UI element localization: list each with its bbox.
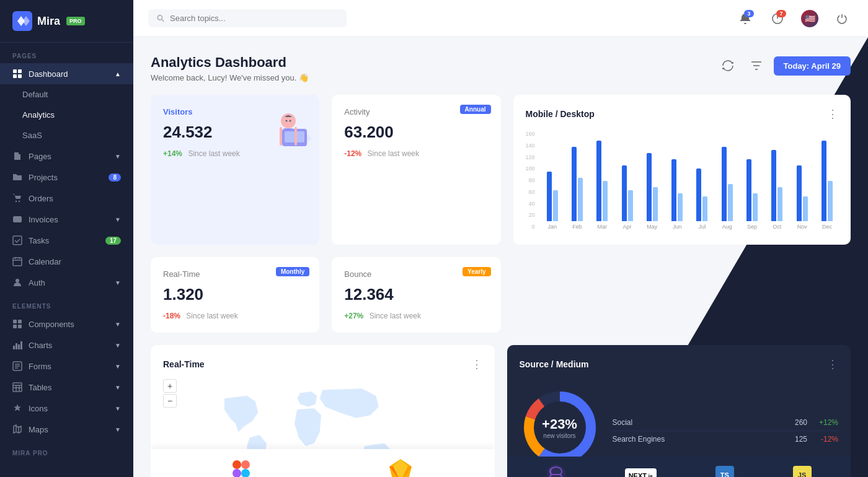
today-button[interactable]: Today: April 29 bbox=[774, 56, 851, 76]
sidebar-item-calendar[interactable]: Calendar bbox=[0, 251, 133, 272]
folder-icon bbox=[12, 172, 22, 182]
tables-label: Tables bbox=[29, 383, 52, 392]
chart-header: Mobile / Desktop ⋮ bbox=[526, 107, 839, 121]
zoom-out-button[interactable]: − bbox=[163, 394, 177, 408]
content-inner: Analytics Dashboard Welcome back, Lucy! … bbox=[133, 37, 868, 477]
source-val-social: 260 bbox=[776, 418, 807, 427]
bar-desktop-oct bbox=[771, 150, 776, 221]
realtime-card: Real-Time Monthly 1.320 -18% Since last … bbox=[151, 257, 319, 333]
svg-point-5 bbox=[16, 201, 17, 202]
power-button[interactable] bbox=[831, 7, 853, 30]
bar-group-jul: Jul bbox=[691, 122, 713, 230]
pages-chevron: ▼ bbox=[115, 153, 121, 160]
sidebar-logo: Mira PRO bbox=[0, 0, 133, 43]
svg-rect-1 bbox=[13, 69, 17, 73]
more-options-button[interactable]: ⋮ bbox=[827, 107, 838, 121]
bar-month-label-feb: Feb bbox=[572, 224, 582, 230]
bar-mobile-may bbox=[653, 187, 658, 221]
bar-month-label-dec: Dec bbox=[822, 224, 832, 230]
bar-group-may: May bbox=[641, 122, 663, 230]
source-more-button[interactable]: ⋮ bbox=[827, 357, 838, 371]
chart-icon bbox=[12, 340, 22, 350]
components-chevron: ▼ bbox=[115, 321, 121, 328]
svg-rect-13 bbox=[13, 325, 17, 328]
sidebar-item-pages[interactable]: Pages ▼ bbox=[0, 146, 133, 167]
file-icon bbox=[12, 151, 22, 161]
sidebar-item-saas[interactable]: SaaS bbox=[0, 125, 133, 146]
refresh-button[interactable] bbox=[717, 55, 739, 77]
sidebar-item-charts[interactable]: Charts ▼ bbox=[0, 335, 133, 356]
sidebar-item-forms[interactable]: Forms ▼ bbox=[0, 356, 133, 377]
pro-badge: PRO bbox=[66, 17, 85, 25]
sidebar-item-orders[interactable]: Orders bbox=[0, 188, 133, 209]
source-row-social: Social 260 +12% bbox=[613, 414, 839, 431]
topbar-right: 3 7 🇺🇸 bbox=[734, 7, 853, 30]
y-axis: 160 140 120 100 80 60 40 20 0 bbox=[526, 131, 539, 230]
svg-rect-29 bbox=[232, 469, 241, 477]
svg-rect-27 bbox=[232, 460, 241, 469]
figma-logo bbox=[232, 460, 250, 477]
nextjs-text: NEXT.js bbox=[629, 472, 653, 477]
activity-since: Since last week bbox=[368, 149, 419, 158]
zoom-in-button[interactable]: + bbox=[163, 379, 177, 393]
elements-section-label: ELEMENTS bbox=[0, 293, 133, 313]
redux-icon bbox=[546, 464, 566, 477]
bar-mobile-mar bbox=[603, 181, 608, 221]
bar-month-label-sep: Sep bbox=[747, 224, 757, 230]
sidebar-item-maps[interactable]: Maps ▼ bbox=[0, 419, 133, 440]
donut-center: +23% new visitors bbox=[542, 416, 577, 439]
sidebar-item-dashboard[interactable]: Dashboard ▲ bbox=[0, 63, 133, 84]
check-icon bbox=[12, 235, 22, 245]
components-icon bbox=[12, 319, 22, 329]
sidebar-item-tables[interactable]: Tables ▼ bbox=[0, 377, 133, 398]
map-more-button[interactable]: ⋮ bbox=[471, 357, 482, 371]
calendar-label: Calendar bbox=[29, 257, 61, 266]
charts-label: Charts bbox=[29, 341, 52, 350]
ts-text: TS bbox=[720, 471, 729, 477]
bounce-badge: Yearly bbox=[463, 267, 490, 276]
source-change-search: -12% bbox=[807, 435, 838, 444]
components-label: Components bbox=[29, 320, 74, 329]
realtime-value: 1.320 bbox=[163, 285, 307, 304]
search-input[interactable] bbox=[170, 14, 338, 23]
bar-month-label-jan: Jan bbox=[547, 224, 557, 230]
page-subtitle: Welcome back, Lucy! We've missed you. 👋 bbox=[151, 73, 309, 82]
filter-button[interactable] bbox=[745, 55, 768, 77]
projects-badge: 8 bbox=[108, 173, 121, 182]
grid-icon bbox=[12, 69, 22, 79]
svg-rect-3 bbox=[13, 74, 17, 78]
alerts-button[interactable]: 7 bbox=[766, 7, 789, 30]
notifications-button[interactable]: 3 bbox=[734, 7, 756, 30]
auth-chevron: ▼ bbox=[115, 279, 121, 286]
bar-desktop-aug bbox=[722, 147, 727, 221]
sidebar-item-projects[interactable]: Projects 8 bbox=[0, 167, 133, 188]
sidebar-item-default[interactable]: Default bbox=[0, 84, 133, 105]
bar-group-oct: Oct bbox=[766, 122, 788, 230]
source-list: Social 260 +12% Search Engines 125 -12% bbox=[613, 408, 839, 447]
bar-desktop-sep bbox=[746, 159, 751, 221]
icons-chevron: ▼ bbox=[115, 405, 121, 412]
flag-icon: 🇺🇸 bbox=[801, 10, 818, 27]
map-controls[interactable]: + − bbox=[163, 379, 177, 408]
bounce-pct: +27% bbox=[344, 312, 363, 320]
typescript-logo: TS bbox=[715, 466, 734, 477]
sidebar-item-tasks[interactable]: Tasks 17 bbox=[0, 230, 133, 251]
bar-month-label-aug: Aug bbox=[722, 224, 732, 230]
bar-group-jan: Jan bbox=[541, 122, 564, 230]
language-button[interactable]: 🇺🇸 bbox=[799, 7, 821, 30]
sidebar-item-auth[interactable]: Auth ▼ bbox=[0, 272, 133, 293]
sidebar-item-invoices[interactable]: Invoices ▼ bbox=[0, 209, 133, 230]
tech-logos-bar: NEXT.js TS JS bbox=[507, 457, 851, 477]
activity-change: -12% Since last week bbox=[344, 149, 488, 158]
bar-desktop-jul bbox=[696, 168, 701, 221]
map-title: Real-Time bbox=[163, 359, 205, 369]
sidebar-item-components[interactable]: Components ▼ bbox=[0, 313, 133, 335]
bar-desktop-mar bbox=[596, 141, 601, 221]
svg-rect-12 bbox=[18, 320, 22, 323]
search-wrap[interactable] bbox=[148, 9, 347, 27]
source-row-search: Search Engines 125 -12% bbox=[613, 431, 839, 447]
sidebar-item-icons[interactable]: Icons ▼ bbox=[0, 398, 133, 419]
second-stats-row: Real-Time Monthly 1.320 -18% Since last … bbox=[151, 257, 851, 333]
source-medium-card: Source / Medium ⋮ bbox=[507, 345, 851, 477]
sidebar-item-analytics[interactable]: Analytics bbox=[0, 105, 133, 125]
